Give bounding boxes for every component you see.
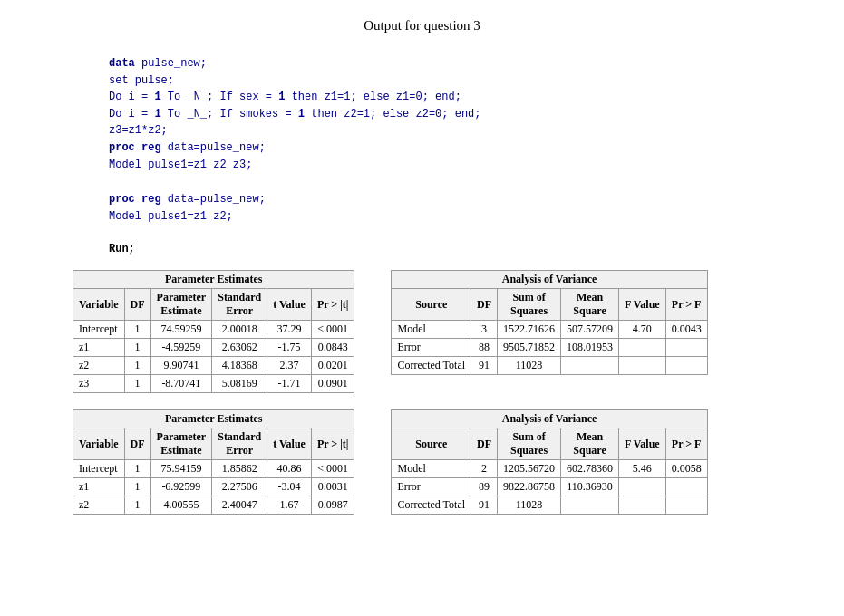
table-row: Intercept 1 74.59259 2.00018 37.29 <.000… bbox=[73, 321, 354, 339]
cell: 0.0043 bbox=[665, 321, 707, 339]
cell: 11028 bbox=[498, 496, 561, 515]
anova2-col-pr: Pr > F bbox=[665, 428, 707, 460]
cell: 1 bbox=[124, 478, 150, 496]
cell: 0.0843 bbox=[311, 339, 354, 357]
anova-table-1-container: Analysis of Variance Source DF Sum ofSqu… bbox=[391, 270, 707, 393]
code-section: data pulse_new; set pulse; Do i = 1 To _… bbox=[36, 55, 808, 173]
tables-row-2: Parameter Estimates Variable DF Paramete… bbox=[36, 409, 808, 515]
param-table-1: Parameter Estimates Variable DF Paramete… bbox=[73, 270, 354, 393]
code-section2: proc reg data=pulse_new; Model pulse1=z1… bbox=[36, 191, 808, 225]
anova-table-2: Analysis of Variance Source DF Sum ofSqu… bbox=[391, 409, 707, 515]
cell: z1 bbox=[73, 478, 125, 496]
anova2-col-f: F Value bbox=[619, 428, 666, 460]
param2-col-estimate: ParameterEstimate bbox=[150, 428, 212, 460]
cell: Intercept bbox=[73, 460, 125, 478]
cell bbox=[665, 357, 707, 375]
cell: -8.70741 bbox=[150, 375, 212, 393]
cell: 9.90741 bbox=[150, 357, 212, 375]
cell: 0.0058 bbox=[665, 460, 707, 478]
anova-table-1: Analysis of Variance Source DF Sum ofSqu… bbox=[391, 270, 707, 375]
code-set: set pulse; bbox=[109, 74, 174, 87]
cell: Error bbox=[392, 339, 471, 357]
table-row: Error 89 9822.86758 110.36930 bbox=[392, 478, 707, 496]
param2-col-df: DF bbox=[124, 428, 150, 460]
param-col-df: DF bbox=[124, 289, 150, 321]
cell: 11028 bbox=[498, 357, 561, 375]
cell: 4.00555 bbox=[150, 496, 212, 515]
param-table-1-container: Parameter Estimates Variable DF Paramete… bbox=[73, 270, 354, 393]
cell: 1522.71626 bbox=[498, 321, 561, 339]
cell: 2.40047 bbox=[212, 496, 267, 515]
table-row: z2 1 4.00555 2.40047 1.67 0.0987 bbox=[73, 496, 354, 515]
cell: 1 bbox=[124, 375, 150, 393]
cell bbox=[619, 357, 666, 375]
cell: <.0001 bbox=[311, 460, 354, 478]
cell: -1.75 bbox=[267, 339, 312, 357]
param2-col-stderr: StandardError bbox=[212, 428, 267, 460]
anova-table-2-container: Analysis of Variance Source DF Sum ofSqu… bbox=[391, 409, 707, 515]
table-row: z1 1 -6.92599 2.27506 -3.04 0.0031 bbox=[73, 478, 354, 496]
cell bbox=[665, 478, 707, 496]
table-row: Corrected Total 91 11028 bbox=[392, 496, 707, 515]
anova-col-df: DF bbox=[471, 289, 498, 321]
code-proc2: proc reg data=pulse_new; bbox=[109, 193, 266, 206]
cell: -1.71 bbox=[267, 375, 312, 393]
run-line: Run; bbox=[36, 243, 808, 255]
cell: 4.18368 bbox=[212, 357, 267, 375]
code-kw-data: data bbox=[109, 57, 135, 70]
cell-corrected-total-2: Corrected Total bbox=[392, 496, 471, 515]
cell: 1 bbox=[124, 496, 150, 515]
page-title: Output for question 3 bbox=[36, 18, 808, 34]
cell: -4.59259 bbox=[150, 339, 212, 357]
param-col-variable: Variable bbox=[73, 289, 125, 321]
code-line1-rest: pulse_new; bbox=[135, 57, 207, 70]
cell: 91 bbox=[471, 357, 498, 375]
tables-row-1: Parameter Estimates Variable DF Paramete… bbox=[36, 270, 808, 393]
cell: 4.70 bbox=[619, 321, 666, 339]
cell bbox=[619, 478, 666, 496]
param2-col-tvalue: t Value bbox=[267, 428, 312, 460]
code-do1: Do i = 1 To _N_; If sex = 1 then z1=1; e… bbox=[109, 91, 461, 103]
param2-col-variable: Variable bbox=[73, 428, 125, 460]
cell bbox=[619, 496, 666, 515]
cell: <.0001 bbox=[311, 321, 354, 339]
code-do2: Do i = 1 To _N_; If smokes = 1 then z2=1… bbox=[109, 108, 481, 120]
code-proc1: proc reg data=pulse_new; bbox=[109, 141, 266, 154]
cell: 0.0201 bbox=[311, 357, 354, 375]
cell: Error bbox=[392, 478, 471, 496]
anova-col-source: Source bbox=[392, 289, 471, 321]
code-z3: z3=z1*z2; bbox=[109, 124, 168, 137]
cell: 1205.56720 bbox=[498, 460, 561, 478]
cell: z2 bbox=[73, 496, 125, 515]
cell: 1 bbox=[124, 460, 150, 478]
cell: 507.57209 bbox=[561, 321, 619, 339]
cell: 0.0901 bbox=[311, 375, 354, 393]
anova2-col-ss: Sum ofSquares bbox=[498, 428, 561, 460]
cell: 1 bbox=[124, 357, 150, 375]
anova-col-ms: MeanSquare bbox=[561, 289, 619, 321]
cell: -3.04 bbox=[267, 478, 312, 496]
cell: -6.92599 bbox=[150, 478, 212, 496]
anova2-col-source: Source bbox=[392, 428, 471, 460]
table-row: Error 88 9505.71852 108.01953 bbox=[392, 339, 707, 357]
cell: 40.86 bbox=[267, 460, 312, 478]
cell: 0.0987 bbox=[311, 496, 354, 515]
code-model1: Model pulse1=z1 z2 z3; bbox=[109, 159, 252, 171]
cell: 1 bbox=[124, 339, 150, 357]
anova-table-2-title: Analysis of Variance bbox=[392, 410, 707, 428]
param-col-tvalue: t Value bbox=[267, 289, 312, 321]
cell: 2.27506 bbox=[212, 478, 267, 496]
cell: 1 bbox=[124, 321, 150, 339]
cell: Model bbox=[392, 460, 471, 478]
param-table-2-container: Parameter Estimates Variable DF Paramete… bbox=[73, 409, 354, 515]
cell: 1.67 bbox=[267, 496, 312, 515]
cell bbox=[561, 496, 619, 515]
cell: 0.0031 bbox=[311, 478, 354, 496]
cell: z2 bbox=[73, 357, 125, 375]
param2-col-pr: Pr > |t| bbox=[311, 428, 354, 460]
table-row: Corrected Total 91 11028 bbox=[392, 357, 707, 375]
cell: Intercept bbox=[73, 321, 125, 339]
param-table-2: Parameter Estimates Variable DF Paramete… bbox=[73, 409, 354, 515]
cell: 2.00018 bbox=[212, 321, 267, 339]
cell: z3 bbox=[73, 375, 125, 393]
